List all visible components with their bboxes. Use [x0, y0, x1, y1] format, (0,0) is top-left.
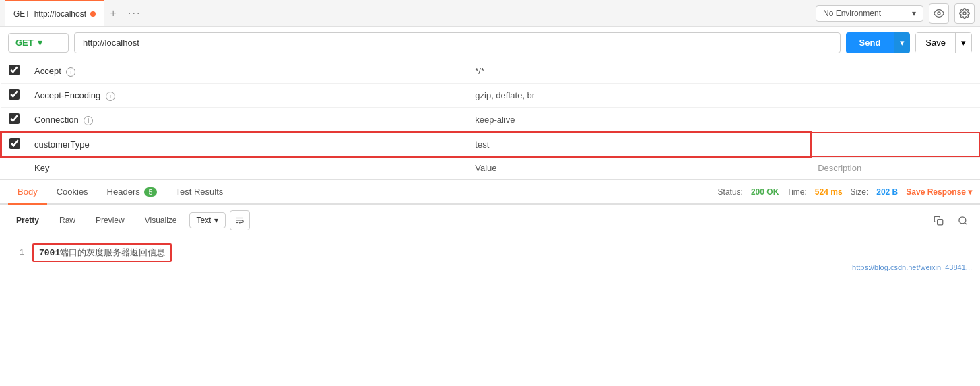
format-label: Text	[197, 216, 211, 225]
subtab-pretty[interactable]: Pretty	[8, 212, 47, 228]
chevron-down-icon: ▾	[912, 9, 916, 18]
info-icon[interactable]: i	[66, 67, 75, 77]
header-accept-key: Accept i	[28, 59, 468, 84]
more-tabs-button[interactable]: ···	[123, 5, 146, 22]
info-icon[interactable]: i	[106, 92, 115, 101]
svg-point-1	[963, 12, 966, 15]
tab-method-label: GET	[13, 9, 30, 19]
tab-headers[interactable]: Headers 5	[98, 180, 166, 205]
size-value: 202 B	[876, 187, 898, 197]
header-accept-value: */*	[468, 59, 811, 84]
svg-rect-4	[937, 219, 942, 224]
header-connection-value: keep-alive	[468, 108, 811, 133]
header-row-encoding: Accept-Encoding i gzip, deflate, br	[1, 84, 980, 108]
headers-section: Accept i */* Accept-Encoding i gzip, def…	[0, 59, 980, 180]
url-input[interactable]	[74, 32, 841, 53]
request-bar: GET ▾ Send ▾ Save ▾	[0, 27, 980, 59]
tab-url-label: http://localhost	[34, 9, 86, 19]
send-dropdown-button[interactable]: ▾	[894, 32, 910, 53]
response-content: 7001端口的灰度服务器返回信息	[39, 248, 165, 258]
response-tabs: Body Cookies Headers 5 Test Results Stat…	[0, 180, 980, 205]
headers-count-badge: 5	[144, 187, 156, 197]
response-line-1: 1 7001端口的灰度服务器返回信息	[11, 243, 969, 262]
header-new-value-placeholder[interactable]: Value	[468, 157, 811, 179]
copy-button[interactable]	[929, 211, 948, 230]
header-connection-key: Connection i	[28, 108, 468, 133]
header-encoding-checkbox[interactable]	[9, 89, 20, 100]
subtab-raw[interactable]: Raw	[51, 212, 84, 228]
header-new-description-placeholder: Description	[811, 157, 980, 179]
tab-cookies[interactable]: Cookies	[47, 180, 98, 205]
header-encoding-value: gzip, deflate, br	[468, 84, 811, 108]
settings-icon-button[interactable]	[954, 3, 975, 24]
header-customertype-checkbox[interactable]	[9, 138, 20, 149]
save-dropdown-button[interactable]: ▾	[955, 33, 971, 53]
header-encoding-key: Accept-Encoding i	[28, 84, 468, 108]
save-response-button[interactable]: Save Response ▾	[906, 187, 972, 197]
eye-icon-button[interactable]	[929, 3, 949, 24]
line-number: 1	[11, 248, 24, 257]
tab-bar: GET http://localhost + ··· No Environmen…	[0, 0, 980, 27]
chevron-down-icon: ▾	[214, 216, 218, 225]
header-customertype-value: test	[468, 132, 811, 157]
tab-modified-dot	[90, 11, 96, 17]
status-code: 200 OK	[751, 187, 779, 197]
svg-point-0	[938, 12, 940, 15]
header-connection-checkbox[interactable]	[9, 113, 20, 124]
subtab-preview[interactable]: Preview	[88, 212, 133, 228]
format-selector[interactable]: Text ▾	[189, 212, 226, 228]
tab-test-results[interactable]: Test Results	[166, 180, 233, 205]
response-body: 1 7001端口的灰度服务器返回信息	[0, 236, 980, 277]
svg-point-5	[958, 216, 965, 223]
header-row-new: Key Value Description	[1, 157, 980, 179]
header-row-connection: Connection i keep-alive	[1, 108, 980, 133]
header-new-key-placeholder[interactable]: Key	[28, 157, 468, 179]
body-subtabs: Pretty Raw Preview Visualize Text ▾	[0, 205, 980, 236]
chevron-down-icon: ▾	[38, 38, 42, 48]
header-row-customertype: customerType test	[1, 132, 980, 157]
response-area: Body Cookies Headers 5 Test Results Stat…	[0, 180, 980, 277]
send-button[interactable]: Send	[846, 32, 894, 53]
status-label: Status:	[718, 187, 743, 197]
method-selector[interactable]: GET ▾	[8, 33, 69, 53]
new-tab-button[interactable]: +	[104, 4, 123, 23]
svg-line-6	[965, 222, 967, 224]
time-label: Time:	[787, 187, 807, 197]
environment-selector[interactable]: No Environment ▾	[816, 5, 923, 22]
request-tab[interactable]: GET http://localhost	[5, 0, 104, 26]
method-label: GET	[15, 38, 34, 48]
status-bar: Status: 200 OK Time: 524 ms Size: 202 B …	[718, 187, 972, 197]
time-value: 524 ms	[815, 187, 843, 197]
subtab-visualize[interactable]: Visualize	[137, 212, 185, 228]
environment-label: No Environment	[823, 9, 881, 18]
size-label: Size:	[851, 187, 869, 197]
watermark-text: https://blog.csdn.net/weixin_43841...	[852, 263, 972, 271]
header-customertype-key: customerType	[28, 132, 468, 157]
header-accept-checkbox[interactable]	[9, 65, 20, 75]
body-action-icons	[929, 211, 972, 230]
wrap-lines-button[interactable]	[230, 210, 250, 230]
tab-body[interactable]: Body	[8, 180, 47, 205]
save-button[interactable]: Save	[916, 33, 955, 53]
chevron-down-icon: ▾	[968, 187, 972, 197]
info-icon[interactable]: i	[84, 116, 93, 125]
headers-table: Accept i */* Accept-Encoding i gzip, def…	[0, 59, 980, 179]
header-row-accept: Accept i */*	[1, 59, 980, 84]
search-button[interactable]	[953, 211, 972, 230]
